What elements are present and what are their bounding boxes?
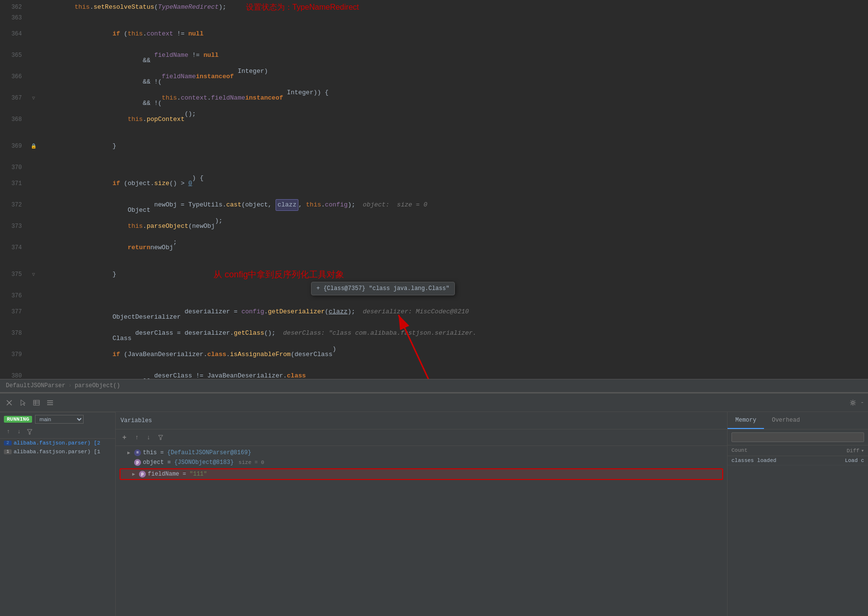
line-num-365: 365 <box>0 45 27 66</box>
line-num-363: 363 <box>0 13 27 23</box>
line-content-364: if (this.context != null <box>40 23 868 45</box>
filter-icon <box>27 429 33 435</box>
filter-btn[interactable] <box>25 428 34 436</box>
line-num-371: 371 <box>0 173 27 194</box>
memory-panel: Memory Overhead Count Diff ▾ classes loa… <box>727 412 868 616</box>
expand-fieldname[interactable]: ▶ <box>130 471 137 478</box>
settings-btn[interactable] <box>848 397 858 408</box>
line-content-366: && !(fieldName instanceof Integer) <box>40 66 868 87</box>
var-icon-this: ≡ <box>134 449 141 456</box>
memory-row-classes: classes loaded Load c <box>728 456 868 465</box>
var-item-fieldname[interactable]: ▶ p fieldName = "111" <box>120 468 723 480</box>
breadcrumb-separator: › <box>68 382 71 389</box>
close-debug-btn[interactable] <box>4 397 15 408</box>
stack-label-1: alibaba.fastjson.parser) [2 <box>14 440 100 446</box>
var-name-this: this <box>143 449 157 456</box>
tab-overhead[interactable]: Overhead <box>764 412 808 429</box>
gutter-379 <box>27 344 40 365</box>
step-into-btn[interactable]: ↓ <box>15 428 23 436</box>
line-num-369: 369 <box>0 130 27 162</box>
var-eq-object: = <box>167 459 171 466</box>
gutter-370 <box>27 162 40 173</box>
line-num-362: 362 <box>0 2 27 13</box>
var-icon-fieldname: p <box>139 471 146 478</box>
cursor-debug-btn[interactable] <box>17 397 28 408</box>
line-content-363 <box>40 13 868 23</box>
step-over-btn[interactable]: ↑ <box>4 428 13 436</box>
var-filter-icon <box>158 435 163 440</box>
tab-memory[interactable]: Memory <box>728 412 764 429</box>
toolbar-right: - <box>848 397 864 408</box>
tooltip-text: + {Class@7357} "class java.lang.Class" <box>316 285 450 292</box>
list-debug-btn[interactable] <box>45 397 55 408</box>
line-content-380: && deserClass != JavaBeanDeserializer.cl… <box>40 365 868 379</box>
line-content-370 <box>40 162 868 173</box>
gutter-376 <box>27 291 40 301</box>
var-eq-this: = <box>160 449 164 456</box>
lock-icon: 🔒 <box>31 143 36 149</box>
line-num-373: 373 <box>0 216 27 237</box>
code-line-379: 379 if (JavaBeanDeserializer.class.isAss… <box>0 344 868 365</box>
stack-item-1[interactable]: 2 alibaba.fastjson.parser) [2 <box>0 439 115 447</box>
code-line-368: 368 this.popContext(); <box>0 109 868 130</box>
stack-item-2[interactable]: 1 alibaba.fastjson.parser) [1 <box>0 447 115 456</box>
table-icon <box>33 400 40 406</box>
var-eq-fieldname: = <box>183 471 186 478</box>
var-item-object[interactable]: p object = {JSONObject@8183} size = 0 <box>116 458 727 467</box>
line-num-368: 368 <box>0 109 27 130</box>
gear-icon <box>850 399 856 406</box>
variable-tooltip: + {Class@7357} "class java.lang.Class" <box>311 282 455 295</box>
line-num-372: 372 <box>0 194 27 216</box>
thread-selector[interactable]: main <box>35 415 84 424</box>
code-line-373: 373 this.parseObject(newObj); <box>0 216 868 237</box>
memory-col-diff: Diff ▾ <box>835 447 864 454</box>
call-stack-panel: RUNNING main ↑ ↓ 2 <box>0 412 116 616</box>
svg-marker-14 <box>158 435 163 440</box>
gutter-377 <box>27 301 40 323</box>
var-add-btn[interactable]: + <box>120 433 129 443</box>
expand-this[interactable]: ▶ <box>125 449 132 456</box>
var-nav-up[interactable]: ↑ <box>132 433 142 443</box>
line-content-378: Class deserClass = deserializer.getClass… <box>40 323 868 344</box>
code-text: this.setResolveStatus(TypeNameRedirect); <box>44 2 226 13</box>
arrow-down-icon: ▽ <box>32 95 35 101</box>
line-content-374: return newObj; <box>40 237 868 258</box>
svg-marker-13 <box>27 429 32 434</box>
code-line-362: 362 this.setResolveStatus(TypeNameRedire… <box>0 2 868 13</box>
variables-header: Variables <box>116 412 727 429</box>
code-line-369: 369 🔒 } <box>0 130 868 162</box>
line-num-364: 364 <box>0 23 27 45</box>
var-list: ▶ ≡ this = {DefaultJSONParser@8169} p ob… <box>116 446 727 616</box>
var-item-this[interactable]: ▶ ≡ this = {DefaultJSONParser@8169} <box>116 448 727 458</box>
var-icon-object: p <box>134 459 141 466</box>
gutter-374 <box>27 237 40 258</box>
line-num-374: 374 <box>0 237 27 258</box>
gutter-380 <box>27 365 40 379</box>
line-content-367: && !(this.context.fieldName instanceof I… <box>40 87 868 109</box>
var-filter[interactable] <box>156 433 165 443</box>
expand-object[interactable] <box>125 459 132 466</box>
stack-badge-2: 1 <box>4 449 12 454</box>
table-debug-btn[interactable] <box>31 397 42 408</box>
line-content-362: this.setResolveStatus(TypeNameRedirect);… <box>40 2 868 13</box>
running-badge: RUNNING <box>4 416 32 423</box>
memory-table-header: Count Diff ▾ <box>728 445 868 456</box>
variables-title: Variables <box>121 417 152 424</box>
gutter-362 <box>27 2 40 13</box>
gutter-378 <box>27 323 40 344</box>
var-name-fieldname: fieldName <box>148 471 179 478</box>
var-value-fieldname: "111" <box>190 471 207 478</box>
chevron-down-icon[interactable]: ▾ <box>861 447 864 454</box>
gutter-369: 🔒 <box>27 130 40 162</box>
svg-rect-5 <box>34 400 39 405</box>
code-line-371: 371 if (object.size() > 0) { <box>0 173 868 194</box>
var-nav-down[interactable]: ↓ <box>144 433 154 443</box>
line-num-375: 375 <box>0 258 27 291</box>
memory-search-input[interactable] <box>731 432 864 442</box>
code-line-378: 378 Class deserClass = deserializer.getC… <box>0 323 868 344</box>
annotation-362: 设置状态为：TypeNameRedirect <box>246 2 359 13</box>
var-name-object: object <box>143 459 164 466</box>
line-content-379: if (JavaBeanDeserializer.class.isAssigna… <box>40 344 868 365</box>
memory-row-label: classes loaded <box>731 458 835 463</box>
svg-point-12 <box>852 401 854 404</box>
